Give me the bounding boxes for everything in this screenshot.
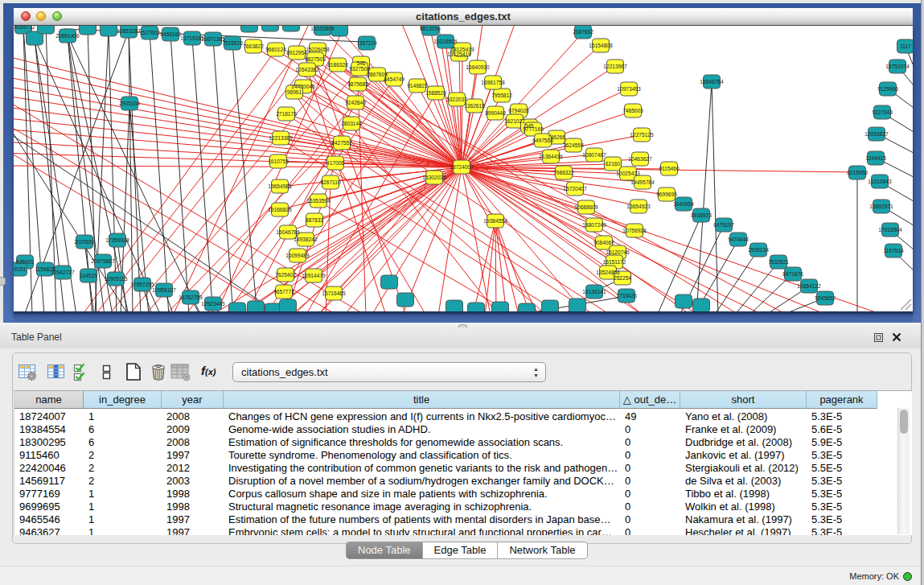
svg-text:12093837: 12093837 bbox=[864, 131, 889, 137]
svg-text:16782759: 16782759 bbox=[179, 295, 203, 300]
svg-text:10463627: 10463627 bbox=[628, 156, 652, 162]
svg-text:9146821: 9146821 bbox=[407, 83, 428, 89]
svg-text:18125419: 18125419 bbox=[450, 47, 474, 52]
svg-text:12213369: 12213369 bbox=[269, 135, 293, 141]
svg-text:1640954: 1640954 bbox=[673, 201, 694, 207]
svg-text:16648784: 16648784 bbox=[700, 79, 724, 84]
svg-text:417006: 417006 bbox=[326, 160, 344, 166]
svg-text:546: 546 bbox=[356, 60, 365, 66]
svg-text:15226058: 15226058 bbox=[306, 47, 330, 52]
svg-text:10688609: 10688609 bbox=[574, 204, 598, 210]
svg-text:39151: 39151 bbox=[14, 266, 26, 272]
svg-text:9115460: 9115460 bbox=[659, 166, 680, 171]
svg-text:16046786: 16046786 bbox=[276, 229, 300, 235]
svg-text:18807249: 18807249 bbox=[582, 222, 606, 228]
svg-text:8471676: 8471676 bbox=[782, 271, 803, 277]
svg-text:7986322: 7986322 bbox=[553, 170, 574, 175]
svg-text:17016504: 17016504 bbox=[878, 227, 902, 233]
svg-text:9474444: 9474444 bbox=[728, 237, 749, 242]
svg-text:19654985: 19654985 bbox=[268, 183, 292, 189]
svg-text:16914479: 16914479 bbox=[302, 273, 326, 278]
svg-text:7515526: 7515526 bbox=[222, 40, 243, 46]
svg-text:10025433: 10025433 bbox=[616, 171, 640, 176]
svg-text:21364436: 21364436 bbox=[539, 154, 563, 159]
svg-text:16120746: 16120746 bbox=[606, 249, 630, 255]
svg-text:14938242: 14938242 bbox=[294, 237, 318, 242]
svg-text:15751074: 15751074 bbox=[885, 64, 910, 69]
svg-text:7955812: 7955812 bbox=[491, 93, 512, 98]
svg-text:14136141: 14136141 bbox=[582, 289, 606, 295]
svg-text:1588520: 1588520 bbox=[425, 90, 446, 96]
svg-text:10853287: 10853287 bbox=[117, 28, 141, 34]
svg-text:5322037: 5322037 bbox=[446, 97, 467, 102]
svg-text:9827503: 9827503 bbox=[305, 56, 326, 62]
svg-text:1527602: 1527602 bbox=[139, 30, 160, 35]
svg-text:9657771: 9657771 bbox=[273, 289, 294, 295]
svg-text:17359928: 17359928 bbox=[105, 237, 129, 243]
svg-text:8186328: 8186328 bbox=[327, 62, 348, 68]
svg-text:9777169: 9777169 bbox=[523, 126, 544, 132]
svg-text:14055712: 14055712 bbox=[14, 26, 35, 30]
svg-text:13692971: 13692971 bbox=[869, 204, 893, 209]
svg-text:887833: 887833 bbox=[306, 217, 323, 223]
svg-text:19166825: 19166825 bbox=[268, 207, 292, 212]
svg-text:9084067: 9084067 bbox=[593, 240, 614, 245]
svg-text:16099489: 16099489 bbox=[285, 253, 310, 258]
svg-text:15716485: 15716485 bbox=[322, 290, 346, 296]
svg-text:6479197: 6479197 bbox=[713, 222, 734, 228]
svg-text:13654923: 13654923 bbox=[626, 204, 651, 209]
svg-text:10756928: 10756928 bbox=[622, 228, 647, 233]
svg-text:16151172: 16151172 bbox=[603, 259, 626, 265]
svg-text:13125419: 13125419 bbox=[447, 51, 471, 57]
svg-text:7632621: 7632621 bbox=[768, 259, 789, 265]
svg-text:1244415: 1244415 bbox=[865, 155, 886, 161]
svg-text:12275125: 12275125 bbox=[630, 132, 654, 138]
svg-text:1167534: 1167534 bbox=[883, 248, 904, 253]
svg-text:3624554: 3624554 bbox=[563, 142, 584, 148]
svg-text:17957255: 17957255 bbox=[130, 282, 154, 287]
svg-text:16154808: 16154808 bbox=[589, 43, 613, 48]
svg-text:835001: 835001 bbox=[16, 259, 34, 265]
svg-text:24420046: 24420046 bbox=[291, 84, 315, 89]
svg-text:12942737: 12942737 bbox=[51, 270, 75, 275]
svg-text:14495784: 14495784 bbox=[630, 179, 655, 185]
svg-text:9245652: 9245652 bbox=[815, 295, 836, 301]
svg-text:62160: 62160 bbox=[606, 161, 621, 167]
svg-text:8454749: 8454749 bbox=[384, 76, 405, 82]
svg-text:2905334: 2905334 bbox=[119, 101, 140, 106]
svg-text:10958107: 10958107 bbox=[152, 287, 176, 293]
svg-text:252254: 252254 bbox=[614, 275, 631, 281]
svg-text:1733426: 1733426 bbox=[616, 293, 637, 299]
svg-text:1610755: 1610755 bbox=[268, 159, 289, 164]
svg-text:16640910: 16640910 bbox=[466, 64, 490, 70]
svg-text:6466160: 6466160 bbox=[160, 31, 181, 37]
svg-text:9227343: 9227343 bbox=[872, 109, 893, 115]
svg-text:10543382: 10543382 bbox=[295, 67, 319, 72]
svg-text:9242848: 9242848 bbox=[345, 100, 366, 105]
svg-text:19218506: 19218506 bbox=[433, 39, 458, 44]
svg-text:8990448: 8990448 bbox=[485, 110, 506, 116]
svg-text:20691406: 20691406 bbox=[55, 33, 80, 39]
svg-text:12213967: 12213967 bbox=[603, 64, 627, 69]
svg-text:16210643: 16210643 bbox=[868, 179, 892, 184]
svg-text:1621022: 1621022 bbox=[504, 118, 525, 124]
svg-text:8427552: 8427552 bbox=[331, 140, 352, 146]
svg-text:2087662: 2087662 bbox=[573, 29, 593, 35]
svg-text:6794028: 6794028 bbox=[508, 108, 529, 113]
svg-text:13524856: 13524856 bbox=[596, 270, 620, 275]
svg-text:7625402: 7625402 bbox=[275, 272, 296, 278]
svg-text:3875685: 3875685 bbox=[347, 81, 368, 87]
svg-text:8938923: 8938923 bbox=[691, 212, 712, 218]
svg-text:114519: 114519 bbox=[80, 273, 97, 278]
svg-text:2718176: 2718176 bbox=[276, 111, 297, 117]
svg-text:9699695: 9699695 bbox=[656, 192, 677, 197]
svg-text:7663822: 7663822 bbox=[243, 43, 264, 49]
svg-text:12905115: 12905115 bbox=[105, 276, 128, 282]
svg-text:10807487: 10807487 bbox=[582, 152, 606, 158]
svg-text:1117: 1117 bbox=[900, 43, 911, 49]
svg-text:8215958: 8215958 bbox=[847, 170, 868, 175]
svg-text:8267110: 8267110 bbox=[320, 179, 341, 185]
svg-text:10973493: 10973493 bbox=[617, 86, 641, 92]
svg-text:1362615: 1362615 bbox=[464, 103, 485, 109]
svg-text:9327508: 9327508 bbox=[349, 66, 370, 72]
